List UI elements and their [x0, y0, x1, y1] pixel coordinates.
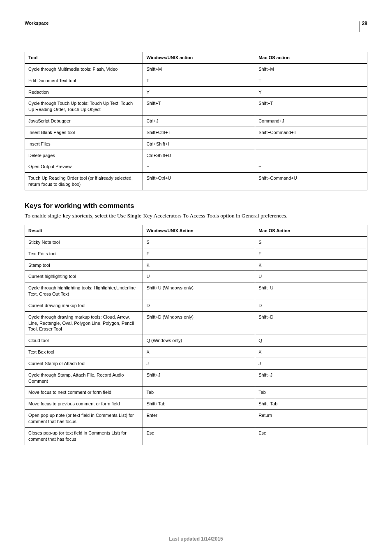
table-row: Touch Up Reading Order tool (or if alrea…: [25, 173, 367, 190]
table-row: Closes pop-up (or text field in Comments…: [25, 427, 367, 445]
page-number: 28: [359, 21, 367, 32]
table-row: Cycle through Touch Up tools: Touch Up T…: [25, 98, 367, 116]
workspace-label: Workspace: [25, 21, 49, 25]
tools-shortcut-table: Tool Windows/UNIX action Mac OS action C…: [25, 52, 367, 190]
table-row: Edit Document Text toolTT: [25, 75, 367, 86]
section-heading-comments: Keys for working with comments: [25, 202, 367, 210]
table-row: Cycle through Stamp, Attach File, Record…: [25, 369, 367, 387]
table-row: Insert Blank Pages toolShift+Ctrl+TShift…: [25, 127, 367, 138]
table-header-row: Tool Windows/UNIX action Mac OS action: [25, 52, 367, 64]
table-row: Current drawing markup toolDD: [25, 300, 367, 311]
th-result: Result: [25, 225, 143, 236]
section-intro: To enable single-key shortcuts, select t…: [25, 213, 367, 219]
table-row: Move focus to next comment or form field…: [25, 387, 367, 398]
table-header-row: Result Windows/UNIX Action Mac OS Action: [25, 225, 367, 236]
table-row: Open pop-up note (or text field in Comme…: [25, 410, 367, 428]
table-row: Delete pagesCtrl+Shift+D: [25, 150, 367, 161]
th-mac: Mac OS action: [255, 52, 367, 64]
table-row: Cloud toolQ (Windows only)Q: [25, 335, 367, 347]
comments-shortcut-table: Result Windows/UNIX Action Mac OS Action…: [25, 225, 367, 445]
table-row: Text Box toolXX: [25, 347, 367, 358]
table-row: Cycle through highlighting tools: Highli…: [25, 282, 367, 300]
table-row: Open Output Preview~~: [25, 161, 367, 173]
page-number-bar: [359, 21, 360, 32]
table-row: Stamp toolKK: [25, 259, 367, 271]
table-row: Cycle through Multimedia tools: Flash, V…: [25, 63, 367, 75]
th-tool: Tool: [25, 52, 143, 64]
table-row: Move focus to previous comment or form f…: [25, 398, 367, 410]
table-row: RedactionYY: [25, 86, 367, 98]
th-win: Windows/UNIX Action: [143, 225, 255, 236]
table-row: Sticky Note toolSS: [25, 236, 367, 248]
table-row: Insert FilesCtrl+Shift+I: [25, 138, 367, 150]
page-header: Workspace 28: [25, 21, 367, 32]
table-row: JavaScript DebuggerCtrl+JCommand+J: [25, 116, 367, 127]
th-win: Windows/UNIX action: [143, 52, 255, 64]
table-row: Text Edits toolEE: [25, 248, 367, 259]
table-row: Current highlighting toolUU: [25, 271, 367, 282]
footer-updated: Last updated 1/14/2015: [0, 536, 392, 542]
table-row: Current Stamp or Attach toolJJ: [25, 358, 367, 369]
table-row: Cycle through drawing markup tools: Clou…: [25, 311, 367, 335]
th-mac: Mac OS Action: [255, 225, 367, 236]
